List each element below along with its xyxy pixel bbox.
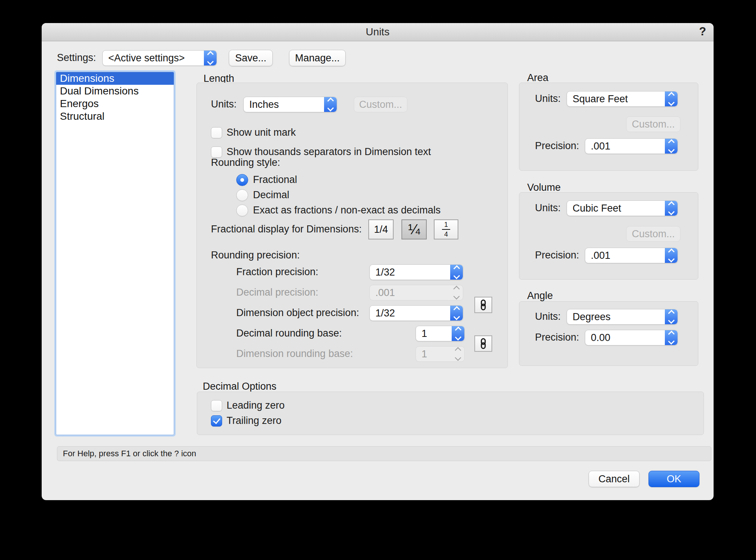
show-unit-mark-label: Show unit mark [227, 127, 296, 138]
angle-units-dropdown[interactable]: Degrees [567, 309, 678, 325]
dimension-rounding-base-value: 1 [416, 348, 452, 360]
decimal-precision-dropdown[interactable]: .001 [369, 285, 463, 300]
rounding-precision-label: Rounding precision: [211, 250, 300, 261]
stepper-icon [665, 201, 677, 216]
show-thousands-checkbox[interactable] [211, 147, 222, 158]
angle-units-value: Degrees [567, 311, 665, 323]
fraction-style-stacked-button[interactable]: 1 4 [434, 219, 458, 239]
fraction-diagonal-glyph: ¼ [408, 222, 420, 238]
status-bar: For Help, press F1 or click the ? icon [57, 446, 711, 461]
area-custom-button[interactable]: Custom... [626, 116, 680, 132]
dimension-object-precision-label: Dimension object precision: [236, 307, 359, 319]
angle-precision-dropdown[interactable]: 0.00 [585, 330, 678, 345]
radio-fractional[interactable] [236, 174, 248, 186]
title-bar[interactable]: Units ? [42, 23, 714, 41]
stepper-icon [204, 51, 217, 65]
radio-decimal[interactable] [236, 189, 248, 201]
manage-button[interactable]: Manage... [289, 50, 346, 66]
area-header: Area [527, 72, 548, 84]
show-unit-mark-checkbox[interactable] [211, 127, 222, 138]
fraction-stacked-top: 1 [444, 221, 448, 228]
volume-precision-value: .001 [585, 250, 665, 261]
stepper-icon [452, 326, 464, 341]
link-rounding-base-button[interactable] [474, 335, 492, 352]
area-precision-label: Precision: [535, 140, 579, 152]
decimal-precision-label: Decimal precision: [236, 287, 318, 298]
angle-units-label: Units: [535, 311, 561, 322]
area-units-dropdown[interactable]: Square Feet [567, 91, 678, 107]
ok-button[interactable]: OK [648, 471, 699, 487]
fraction-style-diagonal-button[interactable]: ¼ [401, 219, 427, 239]
decimal-options-panel [197, 392, 704, 435]
stepper-icon [450, 265, 463, 280]
dimension-rounding-base-dropdown[interactable]: 1 [416, 346, 465, 362]
length-custom-button[interactable]: Custom... [354, 97, 407, 112]
settings-label: Settings: [57, 52, 96, 64]
stepper-icon [450, 285, 463, 300]
trailing-zero-label: Trailing zero [227, 415, 282, 427]
radio-exact-fractions-label: Exact as fractions / non-exact as decima… [253, 205, 441, 216]
help-icon[interactable]: ? [699, 23, 706, 40]
dimension-object-precision-value: 1/32 [370, 308, 450, 319]
list-item-structural[interactable]: Structural [56, 110, 174, 123]
volume-precision-dropdown[interactable]: .001 [585, 248, 678, 263]
rounding-style-label: Rounding style: [211, 157, 280, 168]
stepper-icon [665, 330, 677, 345]
list-item-energos[interactable]: Energos [56, 97, 174, 110]
list-item-dimensions[interactable]: Dimensions [56, 72, 174, 85]
stepper-icon [665, 139, 677, 154]
decimal-rounding-base-label: Decimal rounding base: [236, 328, 342, 339]
dimension-rounding-base-label: Dimension rounding base: [236, 348, 353, 360]
save-button[interactable]: Save... [229, 50, 273, 66]
fraction-precision-label: Fraction precision: [236, 266, 318, 278]
angle-precision-value: 0.00 [585, 332, 665, 344]
stepper-icon [324, 97, 337, 112]
radio-decimal-label: Decimal [253, 189, 289, 201]
volume-header: Volume [527, 182, 561, 193]
units-dialog: Units ? Settings: <Active settings> Save… [42, 23, 714, 500]
length-units-dropdown[interactable]: Inches [243, 97, 337, 112]
list-item-dual-dimensions[interactable]: Dual Dimensions [56, 85, 174, 97]
stepper-icon [452, 347, 464, 361]
stepper-icon [665, 309, 677, 324]
decimal-precision-value: .001 [370, 287, 450, 299]
volume-precision-label: Precision: [535, 250, 579, 261]
link-precision-button[interactable] [474, 297, 492, 313]
trailing-zero-checkbox[interactable] [211, 415, 222, 427]
screen: Units ? Settings: <Active settings> Save… [0, 0, 756, 560]
link-icon [480, 338, 487, 349]
settings-category-list: Dimensions Dual Dimensions Energos Struc… [56, 72, 174, 435]
leading-zero-checkbox[interactable] [211, 400, 222, 411]
decimal-rounding-base-dropdown[interactable]: 1 [416, 326, 465, 341]
volume-units-dropdown[interactable]: Cubic Feet [567, 200, 678, 216]
area-units-label: Units: [535, 93, 561, 104]
angle-precision-label: Precision: [535, 332, 579, 343]
area-precision-dropdown[interactable]: .001 [585, 138, 678, 154]
cancel-button[interactable]: Cancel [589, 471, 640, 487]
fraction-style-plain-button[interactable]: 1/4 [368, 219, 394, 239]
fraction-bar [442, 229, 450, 230]
radio-exact-fractions[interactable] [236, 205, 248, 216]
show-thousands-label: Show thousands separators in Dimension t… [227, 146, 431, 158]
stepper-icon [665, 248, 677, 263]
settings-dropdown[interactable]: <Active settings> [102, 50, 217, 66]
length-units-value: Inches [244, 99, 324, 110]
dimension-object-precision-dropdown[interactable]: 1/32 [369, 305, 463, 321]
fraction-precision-dropdown[interactable]: 1/32 [369, 264, 463, 280]
fraction-plain-glyph: 1/4 [374, 224, 388, 235]
fraction-precision-value: 1/32 [370, 267, 450, 278]
volume-custom-button[interactable]: Custom... [626, 226, 680, 242]
area-units-value: Square Feet [567, 93, 665, 105]
angle-header: Angle [527, 290, 553, 302]
length-units-label: Units: [211, 99, 237, 110]
stepper-icon [665, 91, 677, 106]
window-title: Units [42, 23, 714, 41]
leading-zero-label: Leading zero [227, 400, 285, 411]
link-icon [480, 299, 487, 310]
fractional-display-label: Fractional display for Dimensions: [211, 223, 362, 235]
settings-dropdown-value: <Active settings> [103, 52, 204, 64]
radio-fractional-label: Fractional [253, 174, 297, 186]
decimal-options-header: Decimal Options [203, 381, 276, 392]
stepper-icon [450, 306, 463, 321]
fraction-stacked-bottom: 4 [444, 231, 448, 238]
